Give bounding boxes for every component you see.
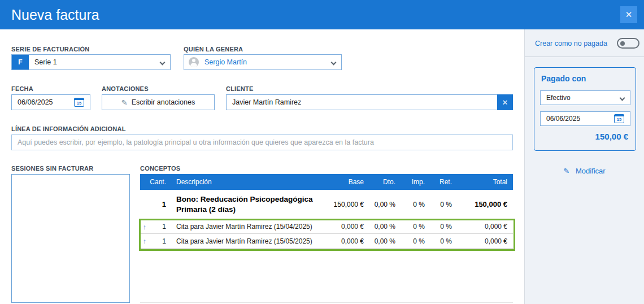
sidebar-divider	[525, 57, 644, 57]
concept-row[interactable]: ↑ 1 Cita para Javier Martín Ramirez (15/…	[140, 219, 513, 234]
calendar-icon: 15	[614, 114, 624, 123]
unpaid-toggle-row: Crear como no pagada	[535, 38, 639, 49]
col-imp: Imp.	[399, 178, 428, 186]
cell-dto: 0,00 %	[366, 237, 399, 245]
generator-value: Sergio Martín	[199, 58, 326, 66]
generator-select[interactable]: Sergio Martín	[184, 54, 342, 70]
page-title: Nueva factura	[11, 7, 620, 23]
cell-dto: 0,00 %	[366, 201, 399, 209]
cell-cant: 1	[149, 237, 169, 245]
payment-method-value: Efectivo	[541, 94, 615, 102]
cell-total: 0,000 €	[456, 223, 513, 231]
calendar-icon: 15	[74, 98, 84, 107]
fecha-value: 06/06/2025	[12, 98, 68, 106]
anotaciones-button-label: Escribir anotaciones	[132, 98, 195, 106]
payment-sidebar: Crear como no pagada Pagado con Efectivo…	[524, 29, 644, 304]
serie-select[interactable]: F Serie 1	[11, 54, 171, 70]
payment-title: Pagado con	[541, 74, 636, 83]
fecha-label: FECHA	[11, 85, 33, 92]
cell-base: 0,000 €	[316, 223, 366, 231]
cell-cant: 1	[149, 200, 169, 209]
cell-base: 0,000 €	[316, 237, 366, 245]
serie-value: Serie 1	[29, 58, 155, 66]
generator-label: QUIÉN LA GENERA	[184, 46, 243, 53]
modify-payment-link[interactable]: ✎ Modificar	[525, 167, 644, 175]
fecha-input[interactable]: 06/06/2025 15	[11, 94, 90, 110]
anotaciones-label: ANOTACIONES	[102, 85, 149, 92]
clear-client-button[interactable]: ✕	[497, 94, 513, 110]
col-desc: Descripción	[169, 178, 316, 186]
chevron-down-icon	[331, 59, 337, 65]
unpaid-toggle-label: Crear como no pagada	[535, 40, 607, 47]
col-total: Total	[456, 178, 513, 186]
cell-desc: Cita para Javier Martín Ramirez (15/05/2…	[169, 237, 316, 245]
cliente-field: ✕	[226, 94, 513, 110]
serie-label: SERIE DE FACTURACIÓN	[11, 46, 89, 53]
concept-row[interactable]: 1 Bono: Reeducación Psicopedagógica Prim…	[140, 190, 513, 219]
sesiones-label: SESIONES SIN FACTURAR	[11, 165, 93, 172]
modify-label: Modificar	[576, 167, 606, 175]
info-adicional-label: LÍNEA DE INFORMACIÓN ADICIONAL	[11, 125, 126, 132]
pencil-icon: ✎	[121, 98, 128, 107]
anotaciones-button[interactable]: ✎ Escribir anotaciones	[102, 94, 215, 110]
col-base: Base	[316, 178, 366, 186]
col-cant: Cant.	[149, 178, 169, 186]
concept-row[interactable]: ↑ 1 Cita para Javier Martín Ramirez (15/…	[140, 234, 513, 249]
pencil-icon: ✎	[563, 167, 569, 175]
payment-box: Pagado con Efectivo 06/06/2025 15 150,00…	[534, 67, 636, 151]
cell-ret: 0 %	[428, 223, 456, 231]
conceptos-table: Cant. Descripción Base Dto. Imp. Ret. To…	[140, 174, 513, 303]
cell-base: 150,000 €	[316, 201, 366, 209]
new-invoice-window: Nueva factura ✕ SERIE DE FACTURACIÓN QUI…	[0, 0, 644, 304]
cell-imp: 0 %	[399, 201, 428, 209]
serie-badge: F	[12, 55, 29, 70]
move-up-icon[interactable]: ↑	[140, 237, 149, 245]
titlebar: Nueva factura ✕	[0, 0, 644, 29]
cell-imp: 0 %	[399, 237, 428, 245]
move-up-icon[interactable]: ↑	[140, 223, 149, 231]
conceptos-label: CONCEPTOS	[140, 165, 180, 172]
chevron-down-icon	[160, 59, 166, 65]
cliente-label: CLIENTE	[226, 85, 253, 92]
chevron-down-icon	[620, 95, 625, 101]
cell-cant: 1	[149, 223, 169, 231]
unpaid-toggle[interactable]	[617, 38, 639, 49]
col-ret: Ret.	[428, 178, 456, 186]
close-icon: ✕	[625, 10, 633, 19]
cell-desc: Bono: Reeducación Psicopedagógica Primar…	[169, 192, 316, 216]
conceptos-header-row: Cant. Descripción Base Dto. Imp. Ret. To…	[140, 174, 513, 190]
sesiones-listbox[interactable]	[11, 174, 130, 303]
cell-imp: 0 %	[399, 223, 428, 231]
cell-desc: Cita para Javier Martín Ramirez (15/04/2…	[169, 223, 316, 231]
cell-ret: 0 %	[428, 201, 456, 209]
cliente-input[interactable]	[226, 94, 513, 110]
cell-ret: 0 %	[428, 237, 456, 245]
col-dto: Dto.	[366, 178, 399, 186]
payment-date-value: 06/06/2025	[541, 115, 608, 123]
payment-amount: 150,00 €	[595, 132, 628, 141]
avatar-icon	[189, 57, 199, 67]
clear-icon: ✕	[502, 98, 508, 107]
payment-method-select[interactable]: Efectivo	[540, 90, 630, 105]
cell-total: 0,000 €	[456, 237, 513, 245]
cell-dto: 0,00 %	[366, 223, 399, 231]
info-adicional-input[interactable]	[11, 134, 513, 150]
close-button[interactable]: ✕	[620, 6, 637, 23]
payment-date-input[interactable]: 06/06/2025 15	[540, 111, 630, 126]
cell-total: 150,000 €	[456, 200, 513, 209]
